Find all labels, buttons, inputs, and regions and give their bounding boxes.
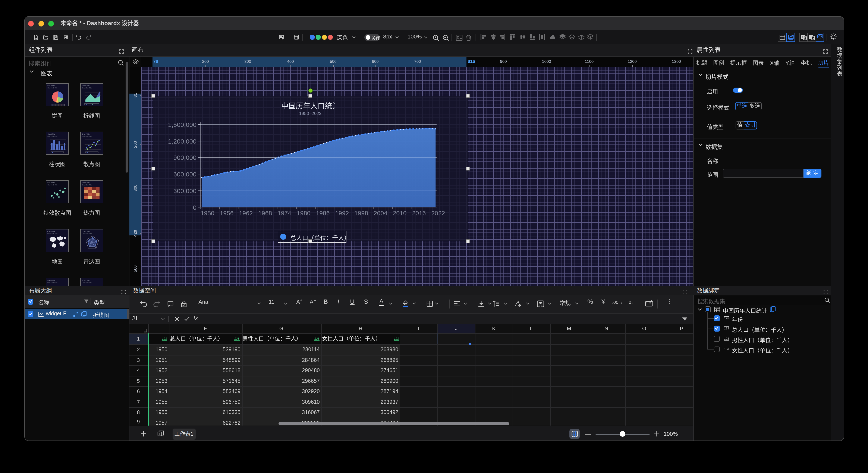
svg-text:En: En — [804, 37, 806, 39]
svg-text:文: 文 — [812, 36, 815, 39]
svg-text:OS: OS — [818, 35, 822, 38]
